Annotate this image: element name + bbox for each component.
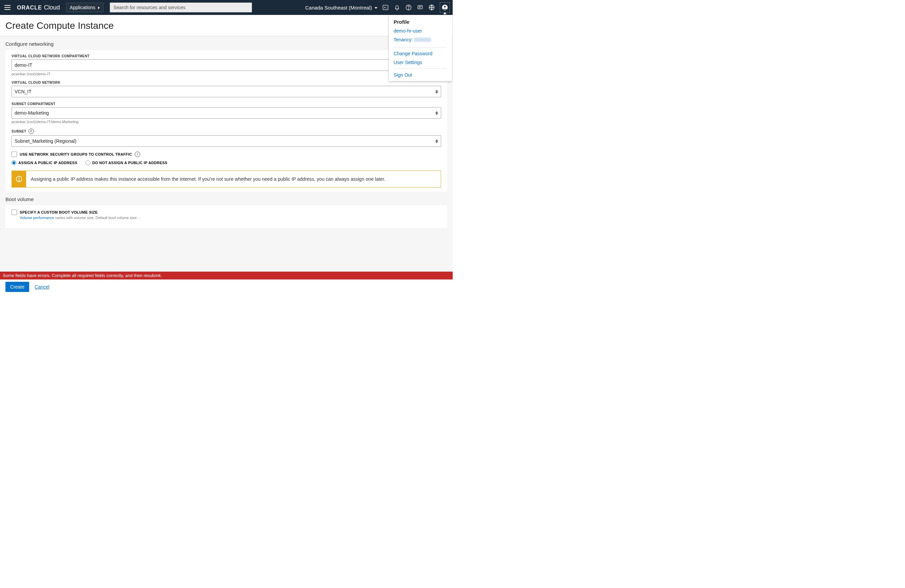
public-ip-radio-group: ASSIGN A PUBLIC IP ADDRESS DO NOT ASSIGN… bbox=[11, 160, 441, 165]
subnet-compartment-path: pcainkar (root)/demo-IT/demo-Marketing bbox=[11, 120, 441, 124]
search-input[interactable]: Search for resources and services bbox=[110, 2, 252, 13]
boot-volume-panel: SPECIFY A CUSTOM BOOT VOLUME SIZE Volume… bbox=[5, 206, 447, 228]
applications-label: Applications bbox=[70, 5, 96, 10]
volume-performance-link[interactable]: Volume performance bbox=[20, 216, 54, 220]
notifications-bell-icon[interactable] bbox=[394, 4, 400, 11]
chevron-right-icon bbox=[97, 5, 100, 10]
page-title: Create Compute Instance bbox=[0, 15, 452, 36]
caret-up-icon bbox=[443, 12, 446, 14]
profile-tenancy-link[interactable]: Tenancy: bbox=[394, 37, 447, 43]
menu-hamburger-icon[interactable] bbox=[3, 3, 12, 12]
tenancy-name-redacted bbox=[414, 38, 431, 42]
subnet-value: Subnet_Marketing (Regional) bbox=[14, 138, 76, 144]
vcn-compartment-field: VIRTUAL CLOUD NETWORK COMPARTMENT demo-I… bbox=[11, 54, 441, 76]
chevron-down-icon bbox=[373, 5, 377, 11]
logo-text-oracle: ORACLE bbox=[17, 5, 42, 11]
vcn-compartment-value: demo-IT bbox=[14, 62, 32, 68]
profile-dropdown-panel: Profile demo-hr-user Tenancy: Change Pas… bbox=[389, 15, 452, 81]
warning-icon bbox=[12, 171, 26, 187]
select-arrows-icon bbox=[435, 111, 438, 115]
logo-text-cloud: Cloud bbox=[44, 4, 60, 11]
radio-noassign-label: DO NOT ASSIGN A PUBLIC IP ADDRESS bbox=[92, 161, 167, 165]
divider bbox=[394, 68, 447, 69]
bv-specify-label: SPECIFY A CUSTOM BOOT VOLUME SIZE bbox=[20, 210, 98, 214]
section-bootvolume-title: Boot volume bbox=[0, 192, 452, 206]
cancel-link[interactable]: Cancel bbox=[35, 284, 49, 290]
radio-selected-icon bbox=[11, 160, 16, 165]
chat-icon[interactable] bbox=[417, 4, 424, 11]
networking-panel: VIRTUAL CLOUD NETWORK COMPARTMENT demo-I… bbox=[5, 50, 447, 192]
subnet-compartment-label: SUBNET COMPARTMENT bbox=[11, 102, 441, 106]
info-icon[interactable]: i bbox=[135, 152, 140, 157]
subnet-compartment-field: SUBNET COMPARTMENT demo-Marketing pcaink… bbox=[11, 102, 441, 124]
subnet-select[interactable]: Subnet_Marketing (Regional) bbox=[11, 135, 441, 147]
radio-do-not-assign-public-ip[interactable]: DO NOT ASSIGN A PUBLIC IP ADDRESS bbox=[86, 160, 167, 165]
oracle-cloud-logo[interactable]: ORACLE Cloud bbox=[17, 4, 60, 11]
region-label: Canada Southeast (Montreal) bbox=[305, 5, 372, 11]
profile-menu-trigger[interactable] bbox=[440, 2, 450, 13]
vcn-select[interactable]: VCN_IT bbox=[11, 86, 441, 97]
section-networking-title: Configure networking bbox=[0, 36, 452, 50]
user-avatar-icon bbox=[441, 4, 448, 11]
tenancy-label: Tenancy: bbox=[394, 37, 413, 43]
search-placeholder: Search for resources and services bbox=[113, 5, 185, 10]
public-ip-warning-alert: Assigning a public IP address makes this… bbox=[11, 171, 441, 187]
subnet-field: SUBNET i Subnet_Marketing (Regional) bbox=[11, 128, 441, 147]
bv-specify-row: SPECIFY A CUSTOM BOOT VOLUME SIZE bbox=[11, 209, 441, 215]
bv-helper-text: Volume performance varies with volume si… bbox=[11, 216, 441, 220]
nsg-checkbox-row: USE NETWORK SECURITY GROUPS TO CONTROL T… bbox=[11, 152, 441, 157]
profile-title: Profile bbox=[394, 19, 447, 25]
profile-user-link[interactable]: demo-hr-user bbox=[394, 28, 447, 33]
vcn-compartment-select[interactable]: demo-IT bbox=[11, 59, 441, 71]
vcn-compartment-path: pcainkar (root)/demo-IT bbox=[11, 72, 441, 76]
user-settings-link[interactable]: User Settings bbox=[394, 60, 447, 65]
form-error-banner: Some fields have errors. Complete all re… bbox=[0, 272, 452, 279]
create-button[interactable]: Create bbox=[5, 282, 29, 292]
divider bbox=[394, 47, 447, 48]
cloud-shell-icon[interactable] bbox=[382, 4, 389, 11]
radio-unselected-icon bbox=[86, 160, 90, 165]
vcn-field: VIRTUAL CLOUD NETWORK VCN_IT bbox=[11, 81, 441, 97]
vcn-label: VIRTUAL CLOUD NETWORK bbox=[11, 81, 441, 84]
svg-point-9 bbox=[19, 180, 19, 181]
vcn-compartment-label: VIRTUAL CLOUD NETWORK COMPARTMENT bbox=[11, 54, 441, 58]
bv-helper-rest: varies with volume size. Default boot vo… bbox=[54, 216, 140, 220]
select-arrows-icon bbox=[435, 90, 438, 94]
region-selector[interactable]: Canada Southeast (Montreal) bbox=[305, 5, 377, 11]
page-body: Create Compute Instance Configure networ… bbox=[0, 15, 452, 294]
subnet-compartment-select[interactable]: demo-Marketing bbox=[11, 107, 441, 119]
warning-text: Assigning a public IP address makes this… bbox=[26, 171, 390, 187]
info-icon[interactable]: i bbox=[29, 128, 34, 134]
select-arrows-icon bbox=[435, 139, 438, 143]
topbar-right-cluster: Canada Southeast (Montreal) bbox=[305, 2, 450, 13]
action-bar: Create Cancel bbox=[0, 279, 452, 294]
radio-assign-public-ip[interactable]: ASSIGN A PUBLIC IP ADDRESS bbox=[11, 160, 77, 165]
svg-rect-3 bbox=[418, 5, 422, 9]
radio-assign-label: ASSIGN A PUBLIC IP ADDRESS bbox=[18, 161, 77, 165]
globe-language-icon[interactable] bbox=[428, 4, 435, 11]
applications-menu-button[interactable]: Applications bbox=[66, 3, 104, 12]
svg-point-6 bbox=[444, 6, 446, 8]
nsg-checkbox-label: USE NETWORK SECURITY GROUPS TO CONTROL T… bbox=[20, 152, 132, 156]
sign-out-link[interactable]: Sign Out bbox=[394, 72, 412, 78]
subnet-compartment-value: demo-Marketing bbox=[14, 110, 49, 116]
subnet-label: SUBNET i bbox=[11, 128, 441, 134]
nsg-checkbox[interactable] bbox=[11, 152, 17, 157]
bv-specify-checkbox[interactable] bbox=[11, 209, 17, 215]
change-password-link[interactable]: Change Password bbox=[394, 51, 447, 56]
top-navbar: ORACLE Cloud Applications Search for res… bbox=[0, 0, 452, 15]
vcn-value: VCN_IT bbox=[14, 89, 32, 94]
help-icon[interactable] bbox=[405, 4, 412, 11]
